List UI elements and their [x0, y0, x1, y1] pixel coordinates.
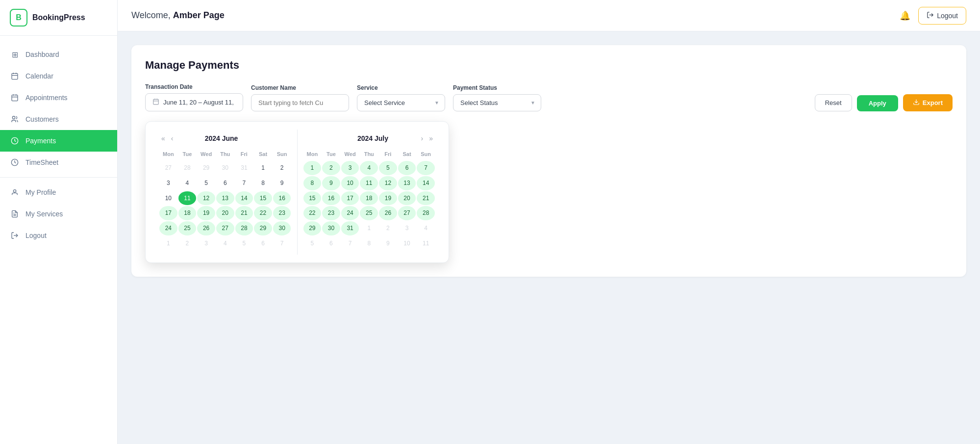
cal-day[interactable]: 2	[273, 161, 291, 175]
cal-day[interactable]: 31	[235, 161, 253, 175]
cal-day[interactable]: 8	[254, 176, 272, 190]
cal-day[interactable]: 16	[322, 191, 340, 206]
sidebar-item-my-profile[interactable]: My Profile	[0, 182, 117, 203]
cal-day[interactable]: 3	[159, 176, 177, 190]
logout-button[interactable]: Logout	[918, 7, 966, 25]
cal-day[interactable]: 1	[360, 221, 378, 235]
cal-day[interactable]: 23	[273, 206, 291, 220]
cal-day[interactable]: 28	[235, 221, 253, 235]
cal-day[interactable]: 18	[360, 191, 378, 206]
cal-day[interactable]: 9	[273, 176, 291, 190]
cal-day[interactable]: 27	[398, 206, 416, 220]
cal-day[interactable]: 24	[341, 206, 359, 220]
cal-day[interactable]: 14	[417, 176, 435, 190]
cal-day[interactable]: 13	[216, 191, 234, 206]
cal-day[interactable]: 29	[197, 161, 215, 175]
cal-day[interactable]: 23	[322, 206, 340, 220]
customer-name-input[interactable]	[251, 94, 349, 111]
cal-day[interactable]: 7	[235, 176, 253, 190]
cal-day[interactable]: 21	[417, 191, 435, 206]
cal-day[interactable]: 19	[379, 191, 397, 206]
cal-day[interactable]: 11	[417, 236, 435, 251]
cal-day[interactable]: 30	[322, 221, 340, 235]
apply-button[interactable]: Apply	[857, 95, 898, 111]
cal-day[interactable]: 5	[303, 236, 322, 251]
cal-day[interactable]: 15	[254, 191, 272, 206]
service-select[interactable]: Select Service	[357, 94, 445, 111]
notification-icon[interactable]: 🔔	[900, 10, 910, 21]
payment-status-select[interactable]: Select Status	[453, 94, 541, 111]
sidebar-item-timesheet[interactable]: TimeSheet	[0, 152, 117, 173]
cal-day[interactable]: 2	[322, 161, 340, 175]
sidebar-item-payments[interactable]: Payments	[0, 130, 117, 152]
cal-day[interactable]: 9	[322, 176, 340, 190]
cal-day[interactable]: 27	[159, 161, 177, 175]
cal-day[interactable]: 19	[197, 206, 215, 220]
cal-day[interactable]: 28	[178, 161, 197, 175]
cal-day[interactable]: 3	[197, 236, 215, 251]
cal-day[interactable]: 20	[398, 191, 416, 206]
cal-day[interactable]: 9	[379, 236, 397, 251]
cal-day[interactable]: 4	[178, 176, 197, 190]
cal-day[interactable]: 18	[178, 206, 197, 220]
cal-day[interactable]: 15	[303, 191, 322, 206]
cal-day[interactable]: 28	[417, 206, 435, 220]
cal-day[interactable]: 14	[235, 191, 253, 206]
sidebar-item-appointments[interactable]: Appointments	[0, 87, 117, 108]
cal-day[interactable]: 10	[341, 176, 359, 190]
cal-day[interactable]: 22	[303, 206, 322, 220]
export-button[interactable]: Export	[903, 94, 953, 111]
july-next-next-btn[interactable]: »	[427, 133, 435, 143]
cal-day[interactable]: 12	[379, 176, 397, 190]
cal-day[interactable]: 10	[398, 236, 416, 251]
cal-day[interactable]: 26	[379, 206, 397, 220]
cal-day-selected-start[interactable]: 11	[178, 191, 197, 206]
reset-button[interactable]: Reset	[815, 94, 852, 111]
cal-day[interactable]: 11	[360, 176, 378, 190]
cal-day[interactable]: 1	[303, 161, 322, 175]
cal-day[interactable]: 6	[216, 176, 234, 190]
cal-day[interactable]: 17	[341, 191, 359, 206]
cal-day[interactable]: 5	[197, 176, 215, 190]
cal-day[interactable]: 4	[417, 221, 435, 235]
sidebar-item-calendar[interactable]: Calendar	[0, 65, 117, 87]
cal-day[interactable]: 7	[273, 236, 291, 251]
transaction-date-input[interactable]: June 11, 20 – August 11,	[145, 93, 243, 111]
june-prev-prev-btn[interactable]: «	[159, 133, 167, 143]
cal-day[interactable]: 8	[303, 176, 322, 190]
cal-day[interactable]: 17	[159, 206, 177, 220]
july-next-btn[interactable]: ›	[419, 133, 426, 143]
cal-day[interactable]: 5	[235, 236, 253, 251]
cal-day[interactable]: 21	[235, 206, 253, 220]
cal-day[interactable]: 16	[273, 191, 291, 206]
cal-day[interactable]: 20	[216, 206, 234, 220]
cal-day[interactable]: 31	[341, 221, 359, 235]
cal-day[interactable]: 6	[322, 236, 340, 251]
cal-day[interactable]: 29	[254, 221, 272, 235]
cal-day[interactable]: 3	[341, 161, 359, 175]
cal-day[interactable]: 27	[216, 221, 234, 235]
sidebar-item-my-services[interactable]: My Services	[0, 203, 117, 225]
cal-day[interactable]: 2	[178, 236, 197, 251]
cal-day[interactable]: 2	[379, 221, 397, 235]
cal-day[interactable]: 6	[398, 161, 416, 175]
cal-day[interactable]: 8	[360, 236, 378, 251]
sidebar-item-customers[interactable]: Customers	[0, 108, 117, 130]
cal-day[interactable]: 1	[159, 236, 177, 251]
cal-day[interactable]: 29	[303, 221, 322, 235]
cal-day[interactable]: 7	[341, 236, 359, 251]
cal-day[interactable]: 13	[398, 176, 416, 190]
cal-day[interactable]: 24	[159, 221, 177, 235]
cal-day[interactable]: 12	[197, 191, 215, 206]
cal-day[interactable]: 25	[360, 206, 378, 220]
cal-day[interactable]: 4	[216, 236, 234, 251]
cal-day[interactable]: 26	[197, 221, 215, 235]
cal-day[interactable]: 30	[273, 221, 291, 235]
cal-day[interactable]: 5	[379, 161, 397, 175]
cal-day[interactable]: 25	[178, 221, 197, 235]
cal-day[interactable]: 22	[254, 206, 272, 220]
cal-day[interactable]: 7	[417, 161, 435, 175]
cal-day[interactable]: 1	[254, 161, 272, 175]
cal-day[interactable]: 10	[159, 191, 177, 206]
cal-day[interactable]: 6	[254, 236, 272, 251]
